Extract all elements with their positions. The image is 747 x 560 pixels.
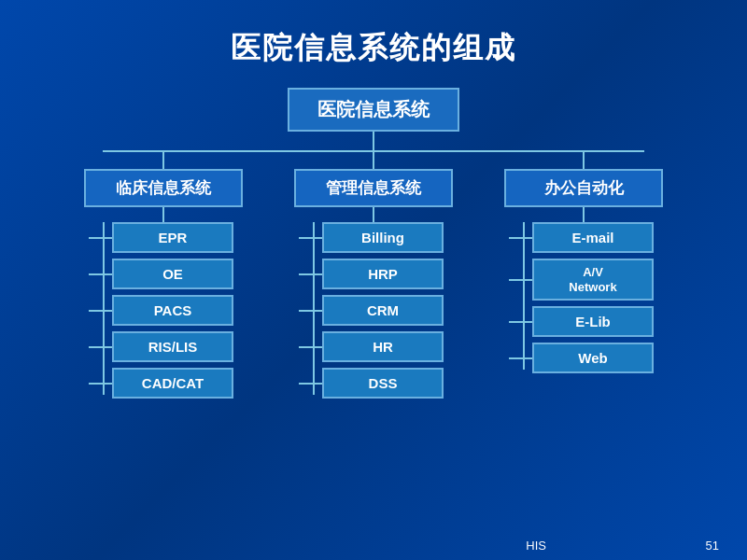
root-node: 医院信息系统 [288, 88, 459, 132]
col2-line [373, 152, 374, 169]
node-web: Web [532, 343, 654, 373]
list-item: CRM [299, 295, 448, 326]
cat-node-clinical: 临床信息系统 [84, 169, 243, 207]
list-item: A/V Network [509, 259, 658, 301]
list-item: CAD/CAT [89, 368, 238, 399]
node-pacs: PACS [112, 295, 233, 326]
h-connector [103, 150, 644, 152]
node-cadcat: CAD/CAT [112, 368, 233, 399]
footer-page-number: 51 [706, 539, 719, 553]
node-hr: HR [322, 331, 444, 362]
list-item: E-mail [509, 222, 658, 253]
footer: HIS 51 [0, 539, 747, 553]
node-rislis: RIS/LIS [112, 331, 233, 362]
column-clinical: 临床信息系统 EPR OE PACS RIS/LIS [75, 152, 252, 404]
list-item: E-Lib [509, 306, 658, 337]
slide-title: 医院信息系统的组成 [19, 28, 728, 69]
column-office: 办公自动化 E-mail A/V Network E-Lib Web [495, 152, 672, 379]
node-avnetwork: A/V Network [532, 259, 654, 301]
list-item: DSS [299, 368, 448, 399]
list-item: HR [299, 331, 448, 362]
sub-items-clinical: EPR OE PACS RIS/LIS CAD/CAT [89, 222, 238, 404]
columns-wrapper: 临床信息系统 EPR OE PACS RIS/LIS [75, 152, 672, 404]
sub-connector-1 [162, 207, 164, 222]
node-dss: DSS [322, 368, 444, 399]
node-hrp: HRP [322, 259, 444, 289]
cat-node-management: 管理信息系统 [294, 169, 453, 207]
node-billing: Billing [322, 222, 444, 253]
list-item: OE [89, 259, 238, 289]
list-item: PACS [89, 295, 238, 326]
node-elib: E-Lib [532, 306, 654, 337]
sub-connector-3 [583, 207, 585, 222]
list-item: Billing [299, 222, 448, 253]
node-epr: EPR [112, 222, 233, 253]
cat-node-office: 办公自动化 [504, 169, 663, 207]
footer-spacer [28, 539, 367, 553]
list-item: Web [509, 343, 658, 373]
col3-line [583, 152, 585, 169]
col1-line [162, 152, 164, 169]
root-line [373, 132, 374, 150]
footer-his-label: HIS [367, 539, 706, 553]
sub-items-management: Billing HRP CRM HR DSS [299, 222, 448, 404]
node-crm: CRM [322, 295, 444, 326]
column-management: 管理信息系统 Billing HRP CRM HR [285, 152, 462, 404]
list-item: EPR [89, 222, 238, 253]
sub-connector-2 [373, 207, 374, 222]
org-chart: 医院信息系统 临床信息系统 EPR OE PACS [19, 88, 728, 404]
slide: 医院信息系统的组成 医院信息系统 临床信息系统 EPR OE [0, 0, 747, 560]
sub-items-office: E-mail A/V Network E-Lib Web [509, 222, 658, 379]
node-email: E-mail [532, 222, 654, 253]
list-item: RIS/LIS [89, 331, 238, 362]
list-item: HRP [299, 259, 448, 289]
node-oe: OE [112, 259, 233, 289]
